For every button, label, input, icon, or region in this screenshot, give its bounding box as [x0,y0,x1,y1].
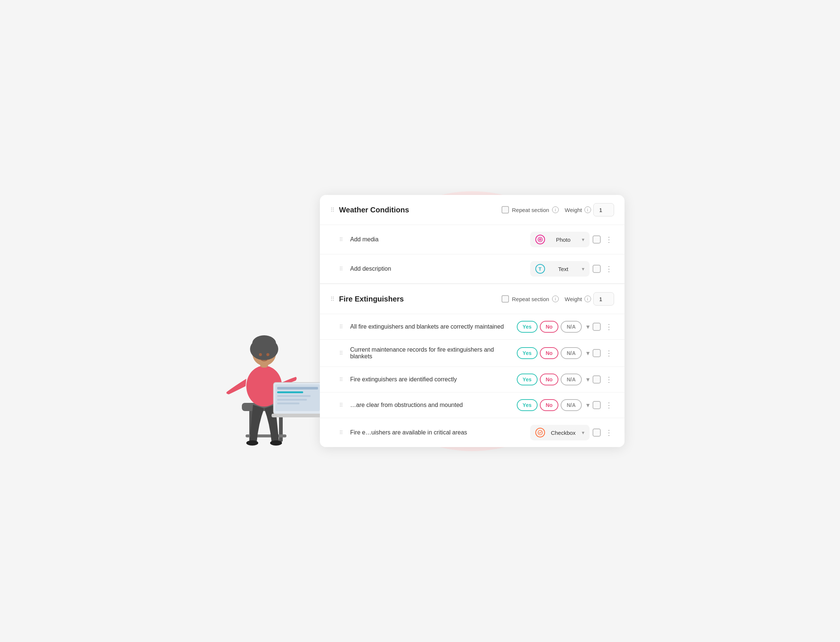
weight-input-fire[interactable] [593,292,614,306]
row-controls-fire-4: Yes No N/A ▾ ⋮ [517,399,614,411]
section-controls-weather: Repeat section i Weight i [502,203,614,216]
row-fire-1: ⠿ All fire extinguishers and blankets ar… [320,314,624,340]
repeat-section-fire[interactable]: Repeat section i [502,295,559,303]
row-controls-add-description: T Text ▾ ⋮ [530,261,614,277]
row-checkbox-fire-2[interactable] [593,349,601,357]
main-card: ⠿ Weather Conditions Repeat section i We… [320,195,624,447]
more-button-fire-1[interactable]: ⋮ [604,321,614,332]
svg-rect-19 [277,402,299,404]
repeat-info-icon-weather[interactable]: i [552,206,559,213]
chevron-fire-3: ▾ [586,375,590,384]
type-selector-add-description[interactable]: T Text ▾ [530,261,590,277]
row-label-add-description: Add description [350,266,524,272]
answer-buttons-fire-1: Yes No N/A [517,321,582,333]
row-fire-4: ⠿ …are clear from obstructions and mount… [320,392,624,418]
row-checkbox-add-media[interactable] [593,235,601,243]
row-drag-fire-5[interactable]: ⠿ [339,430,343,436]
row-checkbox-fire-4[interactable] [593,401,601,409]
more-button-fire-3[interactable]: ⋮ [604,374,614,385]
row-fire-5: ⠿ Fire e…uishers are available in critic… [320,418,624,447]
drag-handle-weather[interactable]: ⠿ [330,206,335,214]
row-controls-fire-3: Yes No N/A ▾ ⋮ [517,373,614,386]
chevron-down-icon-description: ▾ [582,266,584,272]
more-button-fire-5[interactable]: ⋮ [604,427,614,438]
chevron-down-fire-5: ▾ [582,430,584,436]
text-icon: T [535,264,545,274]
more-button-add-media[interactable]: ⋮ [604,234,614,245]
row-checkbox-add-description[interactable] [593,265,601,273]
na-button-fire-2[interactable]: N/A [561,347,582,359]
repeat-checkbox-fire[interactable] [502,295,509,303]
answer-buttons-fire-4: Yes No N/A [517,399,582,411]
drag-handle-fire[interactable]: ⠿ [330,295,335,303]
row-drag-add-media[interactable]: ⠿ [339,237,343,242]
weight-label-text: Weight [565,207,582,213]
row-label-add-media: Add media [350,236,524,243]
svg-point-10 [252,335,276,352]
answer-buttons-fire-3: Yes No N/A [517,373,582,386]
more-button-add-description[interactable]: ⋮ [604,264,614,274]
no-button-fire-2[interactable]: No [540,347,559,359]
answer-buttons-fire-2: Yes No N/A [517,347,582,359]
yes-button-fire-1[interactable]: Yes [517,321,538,333]
svg-point-11 [259,353,262,356]
weight-info-icon-fire[interactable]: i [584,295,591,302]
row-controls-fire-1: Yes No N/A ▾ ⋮ [517,321,614,333]
weight-info-icon-weather[interactable]: i [584,206,591,213]
section-title-fire: Fire Extinguishers [339,295,497,303]
svg-rect-15 [277,387,318,389]
type-selector-fire-5[interactable]: Checkbox ▾ [530,425,590,440]
row-label-fire-2: Current maintenance records for fire ext… [350,347,511,360]
svg-rect-18 [277,399,307,400]
row-drag-fire-3[interactable]: ⠿ [339,376,343,383]
row-drag-fire-4[interactable]: ⠿ [339,402,343,408]
svg-point-5 [246,440,258,446]
svg-point-12 [266,353,269,356]
weight-control-weather: Weight i [565,203,614,216]
repeat-checkbox-weather[interactable] [502,206,509,214]
row-drag-fire-1[interactable]: ⠿ [339,324,343,330]
no-button-fire-3[interactable]: No [540,373,559,386]
svg-rect-17 [277,395,310,397]
row-controls-fire-5: Checkbox ▾ ⋮ [530,425,614,440]
row-label-fire-3: Fire extinguishers are identified correc… [350,376,511,383]
more-button-fire-4[interactable]: ⋮ [604,400,614,410]
type-selector-add-media[interactable]: Photo ▾ [530,232,590,247]
row-drag-fire-2[interactable]: ⠿ [339,350,343,356]
row-drag-add-description[interactable]: ⠿ [339,266,343,272]
checkbox-icon [535,428,545,438]
repeat-section-weather[interactable]: Repeat section i [502,206,559,214]
section-header-fire: ⠿ Fire Extinguishers Repeat section i We… [320,284,624,314]
row-controls-fire-2: Yes No N/A ▾ ⋮ [517,347,614,359]
weight-input-weather[interactable] [593,203,614,216]
row-label-fire-4: …are clear from obstructions and mounted [350,402,511,409]
no-button-fire-4[interactable]: No [540,399,559,411]
na-button-fire-1[interactable]: N/A [561,321,582,333]
na-button-fire-4[interactable]: N/A [561,399,582,411]
row-checkbox-fire-5[interactable] [593,428,601,437]
chevron-fire-4: ▾ [586,401,590,409]
yes-button-fire-2[interactable]: Yes [517,347,538,359]
yes-button-fire-3[interactable]: Yes [517,373,538,386]
row-checkbox-fire-3[interactable] [593,375,601,384]
row-checkbox-fire-1[interactable] [593,323,601,331]
row-controls-add-media: Photo ▾ ⋮ [530,232,614,247]
na-button-fire-3[interactable]: N/A [561,373,582,386]
type-label-add-description: Text [548,266,579,272]
weight-control-fire: Weight i [565,292,614,306]
section-weather: ⠿ Weather Conditions Repeat section i We… [320,195,624,284]
weight-label-text-fire: Weight [565,296,582,302]
more-button-fire-2[interactable]: ⋮ [604,348,614,358]
repeat-info-icon-fire[interactable]: i [552,295,559,302]
svg-rect-16 [277,391,303,393]
yes-button-fire-4[interactable]: Yes [517,399,538,411]
repeat-section-label: Repeat section [512,207,549,213]
svg-point-6 [270,440,282,446]
row-fire-3: ⠿ Fire extinguishers are identified corr… [320,367,624,392]
photo-icon [535,235,545,244]
row-add-description: ⠿ Add description T Text ▾ ⋮ [320,255,624,283]
chevron-fire-2: ▾ [586,349,590,357]
repeat-section-label-fire: Repeat section [512,296,549,302]
no-button-fire-1[interactable]: No [540,321,559,333]
chevron-fire-1: ▾ [586,323,590,331]
